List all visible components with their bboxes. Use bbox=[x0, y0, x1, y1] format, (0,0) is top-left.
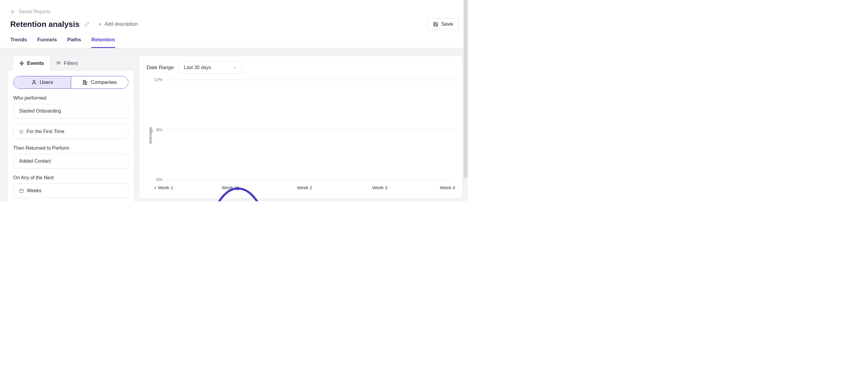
on-any-value: Weeks bbox=[27, 188, 41, 194]
who-performed-label: Who performed bbox=[13, 95, 128, 101]
add-description-label: Add description bbox=[104, 22, 138, 27]
breadcrumb[interactable]: Saved Reports bbox=[0, 0, 468, 15]
chart-svg bbox=[165, 80, 455, 201]
svg-rect-10 bbox=[86, 82, 87, 85]
chart-grid: 0%6%12% bbox=[154, 80, 455, 179]
user-icon bbox=[31, 80, 37, 85]
on-any-label: On Any of the Next bbox=[13, 175, 128, 180]
building-icon bbox=[82, 80, 88, 85]
chart-body: Average 0%6%12% < Week 1Week 1Week 2Week… bbox=[147, 80, 455, 191]
tab-trends[interactable]: Trends bbox=[10, 37, 27, 48]
tab-paths[interactable]: Paths bbox=[67, 37, 81, 48]
lightning-icon bbox=[19, 61, 24, 66]
subtab-filters-label: Filters bbox=[64, 60, 78, 66]
config-subtabs: Events Filters bbox=[13, 56, 134, 70]
tab-funnels[interactable]: Funnels bbox=[37, 37, 57, 48]
who-performed-field[interactable]: Started Onboarding bbox=[13, 104, 128, 118]
content-area: Events Filters Users Companies bbox=[0, 48, 468, 201]
save-button[interactable]: Save bbox=[427, 18, 459, 30]
y-tick-label: 0% bbox=[154, 177, 165, 182]
svg-marker-3 bbox=[20, 61, 24, 65]
back-arrow-icon bbox=[10, 9, 16, 15]
svg-point-7 bbox=[59, 63, 59, 64]
clock-icon bbox=[19, 130, 24, 134]
segment-companies[interactable]: Companies bbox=[71, 76, 128, 88]
scrollbar-track[interactable] bbox=[464, 0, 468, 201]
date-range-label: Date Range bbox=[147, 64, 174, 70]
time-qualifier-value: For the First Time bbox=[27, 129, 64, 134]
title-row: Retention analysis Add description Save bbox=[0, 15, 468, 30]
chart-panel: Date Range Last 30 days Average 0%6%12% … bbox=[139, 56, 462, 198]
chart-plot: 0%6%12% < Week 1Week 1Week 2Week 3Week 4 bbox=[154, 80, 455, 191]
breadcrumb-label: Saved Reports bbox=[19, 9, 51, 15]
subtab-events[interactable]: Events bbox=[13, 56, 50, 70]
chart-controls: Date Range Last 30 days bbox=[147, 62, 455, 74]
subtab-filters[interactable]: Filters bbox=[50, 56, 84, 70]
svg-point-5 bbox=[57, 62, 58, 63]
svg-point-8 bbox=[33, 80, 35, 82]
date-range-select[interactable]: Last 30 days bbox=[179, 62, 242, 74]
app-root: Saved Reports Retention analysis Add des… bbox=[0, 0, 468, 201]
who-performed-value: Started Onboarding bbox=[19, 108, 61, 114]
scrollbar-thumb[interactable] bbox=[464, 0, 468, 178]
segment-companies-label: Companies bbox=[91, 79, 117, 85]
date-range-value: Last 30 days bbox=[184, 65, 211, 70]
entity-segment: Users Companies bbox=[13, 76, 128, 89]
sliders-icon bbox=[56, 61, 61, 66]
main-tabs: Trends Funnels Paths Retention bbox=[0, 30, 468, 48]
y-tick-label: 6% bbox=[154, 127, 165, 132]
segment-users[interactable]: Users bbox=[13, 76, 71, 88]
chevron-down-icon bbox=[233, 65, 237, 70]
y-axis-title: Average bbox=[147, 127, 154, 144]
time-qualifier-field[interactable]: For the First Time bbox=[13, 124, 128, 139]
on-any-field[interactable]: Weeks bbox=[13, 183, 128, 198]
x-tick-label: Week 3 bbox=[372, 185, 388, 190]
tab-retention[interactable]: Retention bbox=[91, 37, 115, 48]
edit-title-button[interactable] bbox=[84, 22, 90, 27]
config-body: Users Companies Who performed Started On… bbox=[8, 70, 134, 201]
page-title: Retention analysis bbox=[10, 20, 80, 29]
subtab-events-label: Events bbox=[27, 60, 44, 66]
config-panel: Events Filters Users Companies bbox=[8, 56, 134, 201]
calendar-icon bbox=[19, 188, 24, 193]
save-label: Save bbox=[441, 21, 453, 27]
segment-users-label: Users bbox=[40, 79, 53, 85]
x-axis: < Week 1Week 1Week 2Week 3Week 4 bbox=[154, 185, 455, 191]
return-label: Then Returned to Perform bbox=[13, 145, 128, 151]
y-tick-label: 12% bbox=[154, 77, 165, 82]
add-description-button[interactable]: Add description bbox=[98, 22, 138, 27]
x-tick-label: < Week 1 bbox=[154, 185, 173, 190]
x-tick-label: Week 1 bbox=[221, 185, 237, 190]
svg-rect-15 bbox=[20, 189, 23, 193]
x-tick-label: Week 4 bbox=[440, 185, 455, 190]
return-event-value: Added Contact bbox=[19, 159, 51, 164]
x-tick-label: Week 2 bbox=[297, 185, 312, 190]
return-event-field[interactable]: Added Contact bbox=[13, 154, 128, 168]
